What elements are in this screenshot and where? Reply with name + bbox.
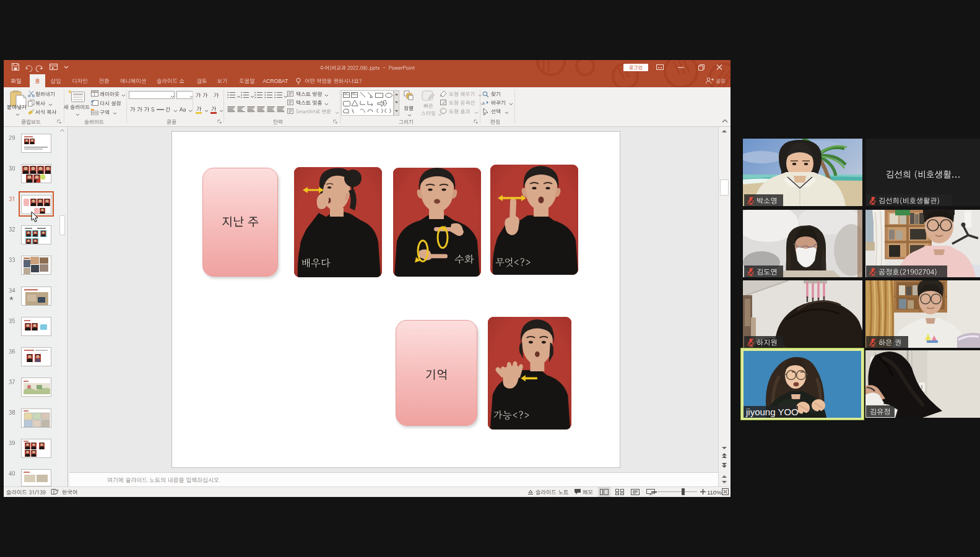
svg-text:ACROBAT: ACROBAT	[263, 78, 289, 84]
